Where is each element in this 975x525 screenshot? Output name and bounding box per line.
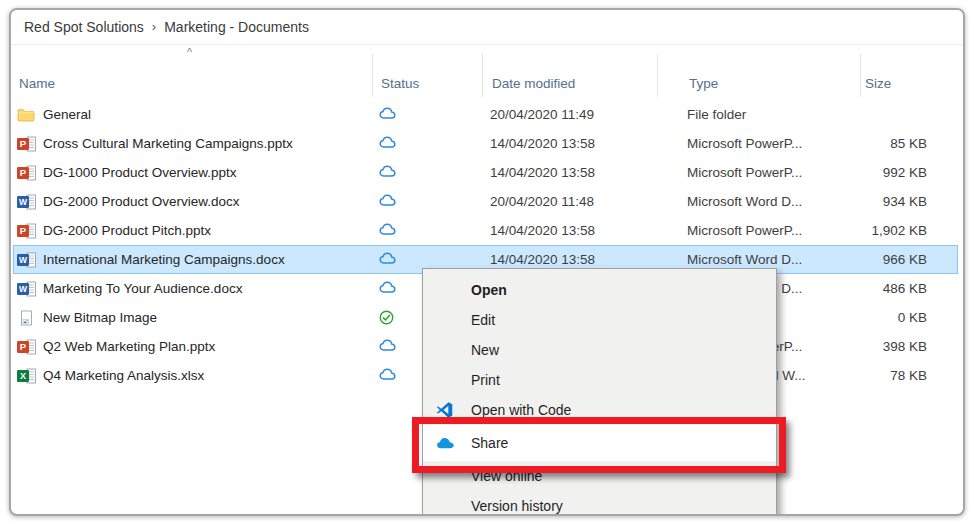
svg-text:W: W — [19, 284, 28, 294]
column-header-status[interactable]: Status — [372, 76, 482, 91]
status-cloud-icon — [379, 339, 399, 355]
powerpoint-file-icon: P — [17, 339, 37, 355]
file-row[interactable]: W DG-2000 Product Overview.docx 20/04/20… — [13, 187, 958, 216]
date-modified: 14/04/2020 13:58 — [480, 165, 655, 180]
file-row[interactable]: P DG-2000 Product Pitch.pptx 14/04/2020 … — [13, 216, 958, 245]
powerpoint-file-icon: P — [17, 136, 37, 152]
column-header-type[interactable]: Type — [657, 76, 860, 91]
column-divider — [657, 54, 658, 97]
status-cloud-icon — [379, 194, 399, 210]
menu-item-new[interactable]: New — [423, 335, 776, 365]
date-modified: 14/04/2020 13:58 — [480, 252, 655, 267]
vscode-icon — [436, 402, 453, 419]
date-modified: 14/04/2020 13:58 — [480, 223, 655, 238]
file-type: Microsoft PowerP... — [655, 223, 858, 238]
file-size: 0 KB — [858, 310, 956, 325]
context-menu: Open Edit New Print Open with Code Share… — [422, 268, 777, 516]
svg-text:W: W — [19, 255, 28, 265]
status-cloud-icon — [379, 368, 399, 384]
column-divider — [482, 54, 483, 97]
menu-item-label: Open — [471, 282, 507, 298]
menu-item-label: View online — [471, 468, 542, 484]
menu-item-label: Edit — [471, 312, 495, 328]
word-file-icon: W — [17, 252, 37, 268]
file-name-cell: P DG-1000 Product Overview.pptx — [13, 165, 370, 181]
column-header-size[interactable]: Size — [860, 76, 958, 91]
menu-item-label: New — [471, 342, 499, 358]
status-cell — [370, 194, 480, 210]
breadcrumb-item[interactable]: Marketing - Documents — [160, 17, 313, 37]
sort-ascending-icon[interactable]: ^ — [187, 46, 192, 58]
file-size: 934 KB — [858, 194, 956, 209]
menu-item-version-history[interactable]: Version history — [423, 491, 776, 516]
explorer-window: Red Spot Solutions›Marketing - Documents… — [9, 8, 965, 516]
menu-item-share[interactable]: Share — [423, 425, 776, 461]
file-name-cell: General — [13, 107, 370, 123]
file-name: General — [43, 107, 91, 122]
file-type: File folder — [655, 107, 858, 122]
status-cloud-icon — [379, 165, 399, 181]
date-modified: 20/04/2020 11:48 — [480, 194, 655, 209]
menu-item-label: Print — [471, 372, 500, 388]
column-divider — [372, 54, 373, 97]
file-name: DG-1000 Product Overview.pptx — [43, 165, 237, 180]
word-file-icon: W — [17, 194, 37, 210]
file-size: 992 KB — [858, 165, 956, 180]
status-cell — [370, 136, 480, 152]
powerpoint-file-icon: P — [17, 223, 37, 239]
file-name: Cross Cultural Marketing Campaigns.pptx — [43, 136, 293, 151]
file-name: DG-2000 Product Pitch.pptx — [43, 223, 211, 238]
svg-text:P: P — [20, 138, 27, 149]
bitmap-file-icon — [17, 310, 37, 326]
file-type: Microsoft PowerP... — [655, 136, 858, 151]
svg-text:P: P — [20, 341, 27, 352]
breadcrumb: Red Spot Solutions›Marketing - Documents — [11, 10, 963, 45]
file-size: 486 KB — [858, 281, 956, 296]
file-name-cell: W Marketing To Your Audience.docx — [13, 281, 370, 297]
file-size: 966 KB — [858, 252, 956, 267]
column-header-row: NameStatusDate modifiedTypeSize — [13, 45, 963, 99]
status-cloud-icon — [379, 281, 399, 297]
menu-item-print[interactable]: Print — [423, 365, 776, 395]
column-divider — [860, 54, 861, 97]
column-header-date-modified[interactable]: Date modified — [482, 76, 657, 91]
menu-item-view-online[interactable]: View online — [423, 461, 776, 491]
excel-file-icon: X — [17, 368, 37, 384]
file-name-cell: W DG-2000 Product Overview.docx — [13, 194, 370, 210]
powerpoint-file-icon: P — [17, 165, 37, 181]
file-name-cell: New Bitmap Image — [13, 310, 370, 326]
file-row[interactable]: P DG-1000 Product Overview.pptx 14/04/20… — [13, 158, 958, 187]
date-modified: 14/04/2020 13:58 — [480, 136, 655, 151]
status-cloud-icon — [379, 107, 399, 123]
breadcrumb-item[interactable]: Red Spot Solutions — [20, 17, 148, 37]
file-size: 85 KB — [858, 136, 956, 151]
file-name: International Marketing Campaigns.docx — [43, 252, 285, 267]
menu-item-open[interactable]: Open — [423, 275, 776, 305]
file-name: DG-2000 Product Overview.docx — [43, 194, 240, 209]
status-synced-icon — [379, 310, 399, 326]
file-name: Q4 Marketing Analysis.xlsx — [43, 368, 204, 383]
file-size: 78 KB — [858, 368, 956, 383]
onedrive-cloud-icon — [436, 437, 455, 450]
menu-item-open-with-code[interactable]: Open with Code — [423, 395, 776, 425]
file-row[interactable]: General 20/04/2020 11:49 File folder — [13, 100, 958, 129]
date-modified: 20/04/2020 11:49 — [480, 107, 655, 122]
menu-item-label: Open with Code — [471, 402, 571, 418]
folder-file-icon — [17, 107, 37, 123]
column-header-name[interactable]: Name — [13, 76, 372, 91]
svg-text:P: P — [20, 225, 27, 236]
breadcrumb-chevron-icon: › — [148, 19, 160, 36]
file-type: Microsoft PowerP... — [655, 165, 858, 180]
svg-text:P: P — [20, 167, 27, 178]
word-file-icon: W — [17, 281, 37, 297]
svg-text:X: X — [20, 371, 26, 381]
status-cell — [370, 252, 480, 268]
file-name-cell: X Q4 Marketing Analysis.xlsx — [13, 368, 370, 384]
menu-item-edit[interactable]: Edit — [423, 305, 776, 335]
file-type: Microsoft Word D... — [655, 252, 858, 267]
status-cloud-icon — [379, 252, 399, 268]
file-row[interactable]: P Cross Cultural Marketing Campaigns.ppt… — [13, 129, 958, 158]
file-name-cell: P DG-2000 Product Pitch.pptx — [13, 223, 370, 239]
menu-item-label: Version history — [471, 498, 563, 514]
file-name: Marketing To Your Audience.docx — [43, 281, 242, 296]
